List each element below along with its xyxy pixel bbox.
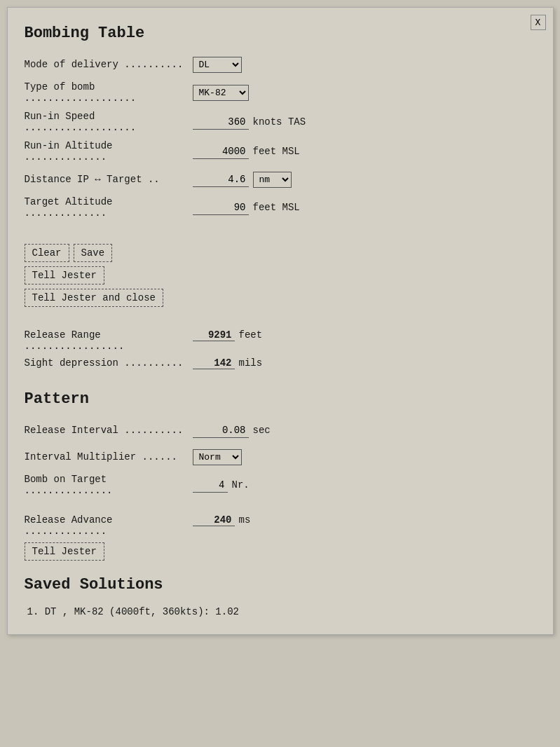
clear-button[interactable]: Clear xyxy=(25,244,69,262)
run-in-speed-input[interactable] xyxy=(193,115,249,130)
release-advance-row: Release Advance .............. 240 ms xyxy=(25,514,536,537)
pattern-tell-jester-button[interactable]: Tell Jester xyxy=(25,542,104,561)
bomb-type-label: Type of bomb ................... xyxy=(25,81,193,104)
run-in-altitude-input[interactable] xyxy=(193,144,249,159)
delivery-select[interactable]: DL LD TOS xyxy=(193,57,242,73)
release-interval-label: Release Interval .......... xyxy=(25,425,193,436)
pattern-title: Pattern xyxy=(25,390,536,408)
run-in-altitude-label: Run-in Altitude .............. xyxy=(25,140,193,163)
run-in-altitude-unit: feet MSL xyxy=(253,146,300,157)
save-button[interactable]: Save xyxy=(74,244,113,262)
tell-jester-button[interactable]: Tell Jester xyxy=(25,266,104,285)
sight-depression-unit: mils xyxy=(239,357,263,369)
distance-ip-row: Distance IP ↔ Target .. nm km mi xyxy=(25,170,536,189)
release-interval-unit: sec xyxy=(253,425,271,436)
bomb-on-target-input[interactable] xyxy=(193,478,228,493)
sight-depression-label: Sight depression .......... xyxy=(25,357,193,369)
interval-multiplier-select[interactable]: Norm x2 x4 xyxy=(193,449,242,465)
list-item: 1. DT , MK-82 (4000ft, 360kts): 1.02 xyxy=(25,606,536,617)
bombing-table-window: X Bombing Table Mode of delivery .......… xyxy=(7,7,554,635)
delivery-row: Mode of delivery .......... DL LD TOS xyxy=(25,55,536,74)
bomb-type-select[interactable]: MK-82 MK-83 MK-84 xyxy=(193,85,249,101)
run-in-speed-row: Run-in Speed ................... knots T… xyxy=(25,111,536,133)
release-interval-row: Release Interval .......... sec xyxy=(25,420,536,440)
bomb-on-target-label: Bomb on Target ............... xyxy=(25,474,193,496)
release-range-value: 9291 xyxy=(193,329,235,341)
close-button[interactable]: X xyxy=(531,15,546,30)
run-in-speed-label: Run-in Speed ................... xyxy=(25,111,193,133)
target-altitude-input[interactable] xyxy=(193,200,249,215)
main-title: Bombing Table xyxy=(25,25,536,42)
run-in-speed-unit: knots TAS xyxy=(253,116,306,128)
release-advance-label: Release Advance .............. xyxy=(25,514,193,537)
sight-depression-value: 142 xyxy=(193,357,235,369)
btn-row-3: Tell Jester and close xyxy=(25,289,536,307)
run-in-altitude-row: Run-in Altitude .............. feet MSL xyxy=(25,140,536,163)
release-advance-unit: ms xyxy=(239,514,251,526)
release-range-label: Release Range ................. xyxy=(25,329,193,352)
distance-ip-input[interactable] xyxy=(193,172,249,187)
target-altitude-unit: feet MSL xyxy=(253,202,300,213)
release-advance-value: 240 xyxy=(193,514,235,526)
btn-row-2: Tell Jester xyxy=(25,266,536,285)
release-interval-input[interactable] xyxy=(193,423,249,438)
target-altitude-row: Target Altitude .............. feet MSL xyxy=(25,196,536,219)
pattern-tell-jester-row: Tell Jester xyxy=(25,542,536,561)
bomb-type-row: Type of bomb ................... MK-82 M… xyxy=(25,81,536,104)
tell-jester-close-button[interactable]: Tell Jester and close xyxy=(25,289,163,307)
target-altitude-label: Target Altitude .............. xyxy=(25,196,193,219)
btn-row-1: Clear Save xyxy=(25,244,536,262)
distance-ip-unit-select[interactable]: nm km mi xyxy=(253,172,292,188)
distance-ip-label: Distance IP ↔ Target .. xyxy=(25,174,193,185)
saved-solutions-title: Saved Solutions xyxy=(25,576,536,594)
interval-multiplier-label: Interval Multiplier ...... xyxy=(25,451,193,462)
release-range-row: Release Range ................. 9291 fee… xyxy=(25,329,536,352)
interval-multiplier-row: Interval Multiplier ...... Norm x2 x4 xyxy=(25,447,536,467)
bomb-on-target-row: Bomb on Target ............... Nr. xyxy=(25,474,536,496)
bomb-on-target-unit: Nr. xyxy=(232,479,250,491)
release-range-unit: feet xyxy=(239,329,263,341)
sight-depression-row: Sight depression .......... 142 mils xyxy=(25,357,536,369)
saved-solutions-list: 1. DT , MK-82 (4000ft, 360kts): 1.02 xyxy=(25,606,536,617)
delivery-label: Mode of delivery .......... xyxy=(25,59,193,70)
